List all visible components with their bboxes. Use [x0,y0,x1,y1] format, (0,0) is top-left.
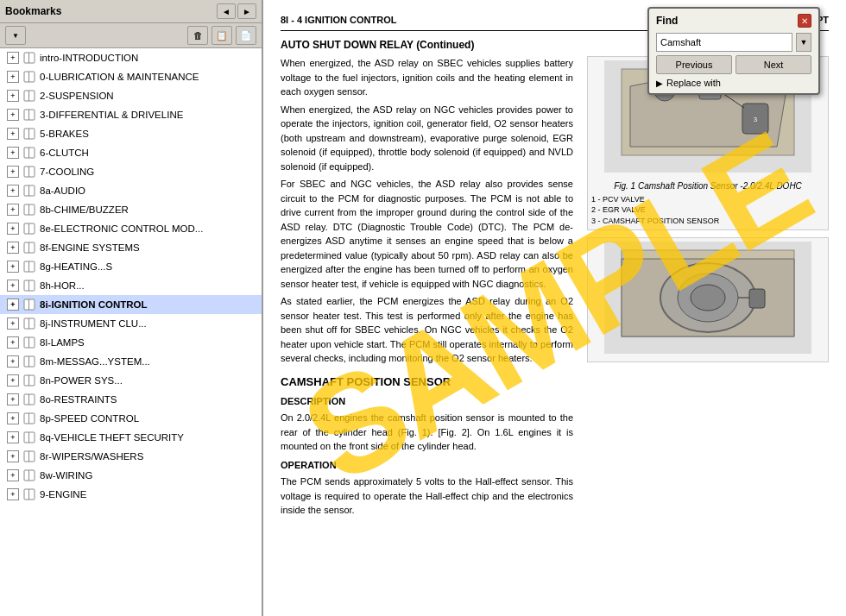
tree-expand-power-sys[interactable]: + [7,374,19,387]
sidebar-item-chime[interactable]: +8b-CHIME/BUZZER [0,200,262,219]
toolbar-collapse-btn[interactable]: 📋 [212,26,232,45]
tree-expand-intro[interactable]: + [7,52,19,64]
sidebar-item-brakes[interactable]: +5-BRAKES [0,124,262,143]
tree-expand-wipers[interactable]: + [7,450,19,462]
sidebar-item-wipers[interactable]: +8r-WIPERS/WASHERS [0,447,262,466]
sidebar-item-label-wipers: 8r-WIPERS/WASHERS [40,451,143,462]
sidebar-list: +intro-INTRODUCTION+0-LUBRICATION & MAIN… [0,48,262,616]
svg-rect-19 [28,223,29,234]
svg-rect-5 [28,91,29,101]
sidebar-title: Bookmarks [5,5,61,17]
sidebar-item-differential[interactable]: +3-DIFFERENTIAL & DRIVELINE [0,105,262,124]
sidebar-item-label-wiring: 8w-WIRING [40,470,92,481]
find-next-button[interactable]: Next [736,55,811,74]
sidebar-nav-prev[interactable]: ◄ [217,3,236,19]
svg-rect-33 [28,356,29,367]
svg-rect-25 [28,280,29,291]
sidebar-item-label-message: 8m-MESSAG...YSTEM... [40,356,150,367]
sidebar-item-speed[interactable]: +8p-SPEED CONTROL [0,409,262,428]
tree-expand-audio[interactable]: + [7,185,19,197]
sidebar-item-suspension[interactable]: +2-SUSPENSION [0,86,262,105]
tree-expand-horn[interactable]: + [7,280,19,292]
svg-rect-7 [28,110,29,120]
sidebar-item-message[interactable]: +8m-MESSAG...YSTEM... [0,352,262,371]
sidebar-item-label-differential: 3-DIFFERENTIAL & DRIVELINE [40,110,183,120]
tree-icon-horn [22,280,36,292]
tree-expand-wiring[interactable]: + [7,469,19,481]
tree-expand-clutch[interactable]: + [7,147,19,159]
tree-expand-instrument[interactable]: + [7,317,19,330]
doc-col-right: 1 2 3 Fig. 1 Camshaft Position Sensor -2… [587,56,829,520]
body-para-3: For SBEC and NGC vehicles, the ASD relay… [281,177,573,291]
operation-text: The PCM sends approximately 5 volts to t… [281,475,573,518]
sidebar-item-ecm[interactable]: +8e-ELECTRONIC CONTROL MOD... [0,219,262,238]
tree-icon-instrument [22,317,36,330]
sidebar-nav-next[interactable]: ► [237,3,256,19]
find-title: Find [656,15,678,27]
find-dropdown-btn[interactable]: ▼ [796,33,811,52]
sidebar-item-label-ecm: 8e-ELECTRONIC CONTROL MOD... [40,223,203,234]
main-content: Find ✕ ▼ Previous Next ▶ Replace with 8I… [263,0,846,616]
tree-expand-message[interactable]: + [7,355,19,368]
sidebar-toolbar: ▼ 🗑 📋 📄 [0,23,262,48]
figure2-diagram [604,242,811,354]
tree-expand-suspension[interactable]: + [7,90,19,102]
sidebar-item-restraints[interactable]: +8o-RESTRAINTS [0,390,262,409]
svg-rect-17 [28,204,29,215]
tree-expand-chime[interactable]: + [7,204,19,216]
svg-rect-45 [28,470,29,481]
tree-expand-heater[interactable]: + [7,261,19,273]
sidebar-item-theft[interactable]: +8q-VEHICLE THEFT SECURITY [0,428,262,447]
tree-expand-lubrication[interactable]: + [7,71,19,83]
sidebar-item-lubrication[interactable]: +0-LUBRICATION & MAINTENANCE [0,67,262,86]
svg-rect-15 [28,185,29,196]
tree-expand-brakes[interactable]: + [7,128,19,140]
find-close-btn[interactable]: ✕ [798,14,811,28]
sidebar-item-label-clutch: 6-CLUTCH [40,148,89,158]
tree-expand-differential[interactable]: + [7,109,19,121]
tree-icon-heater [22,261,36,273]
tree-expand-engine[interactable]: + [7,488,19,500]
toolbar-delete-btn[interactable]: 🗑 [187,26,208,45]
tree-icon-lamps [22,336,36,349]
sidebar-item-wiring[interactable]: +8w-WIRING [0,466,262,485]
tree-expand-cooling[interactable]: + [7,166,19,178]
find-search-input[interactable] [656,33,792,52]
tree-icon-wipers [22,450,36,462]
tree-expand-lamps[interactable]: + [7,336,19,349]
sidebar-item-horn[interactable]: +8h-HOR... [0,276,262,295]
figure1-legend-2: 2 - EGR VALVE [591,204,824,216]
tree-expand-theft[interactable]: + [7,431,19,443]
sidebar-item-power-sys[interactable]: +8n-POWER SYS... [0,371,262,390]
sidebar-item-heater[interactable]: +8g-HEATING...S [0,257,262,276]
sidebar-item-audio[interactable]: +8a-AUDIO [0,181,262,200]
tree-expand-speed[interactable]: + [7,412,19,424]
tree-icon-ignition [22,299,36,311]
sidebar-item-engine[interactable]: +9-ENGINE [0,485,262,504]
sidebar-item-clutch[interactable]: +6-CLUTCH [0,143,262,162]
tree-icon-brakes [22,128,36,140]
toolbar-dropdown-btn[interactable]: ▼ [5,26,26,45]
tree-expand-ignition[interactable]: + [7,299,19,311]
tree-expand-restraints[interactable]: + [7,393,19,405]
sidebar-item-lamps[interactable]: +8l-LAMPS [0,333,262,352]
sidebar-item-intro[interactable]: +intro-INTRODUCTION [0,48,262,67]
svg-rect-27 [28,299,29,310]
sidebar-item-instrument[interactable]: +8j-INSTRUMENT CLU... [0,314,262,333]
find-previous-button[interactable]: Previous [656,55,732,74]
tree-expand-engine-sys[interactable]: + [7,242,19,254]
svg-rect-9 [28,129,29,139]
sidebar-item-label-intro: intro-INTRODUCTION [40,53,138,63]
toolbar-expand-btn[interactable]: 📄 [236,26,256,45]
tree-icon-clutch [22,147,36,159]
sidebar-item-ignition[interactable]: +8i-IGNITION CONTROL [0,295,262,314]
svg-rect-61 [749,289,765,308]
sidebar: Bookmarks ◄ ► ▼ 🗑 📋 📄 +intro-INTRODUCTIO… [0,0,263,616]
sidebar-item-cooling[interactable]: +7-COOLING [0,162,262,181]
sidebar-item-engine-sys[interactable]: +8f-ENGINE SYSTEMS [0,238,262,257]
body-para-1: When energized, the ASD relay on SBEC ve… [281,56,573,99]
find-replace-row[interactable]: ▶ Replace with [656,78,811,88]
find-input-row: ▼ [656,33,811,52]
tree-expand-ecm[interactable]: + [7,223,19,235]
tree-icon-restraints [22,393,36,405]
